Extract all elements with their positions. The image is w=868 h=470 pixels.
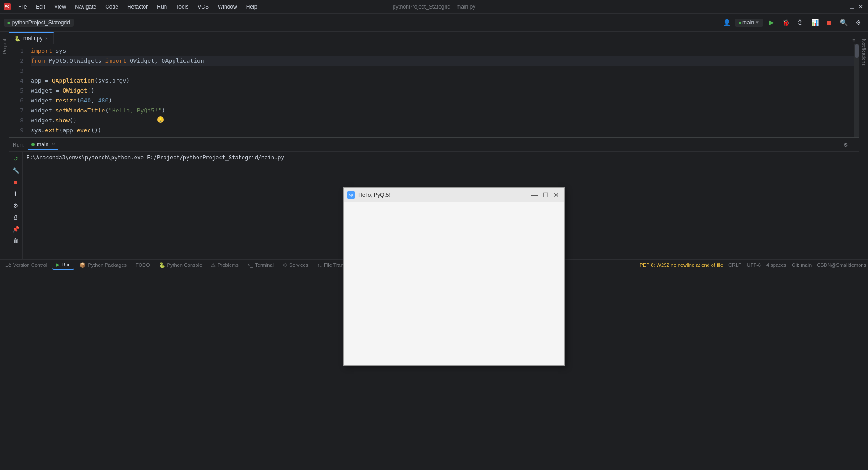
vcs-icon: ⎇	[5, 262, 11, 268]
search-everywhere-button[interactable]: 🔍	[837, 16, 850, 29]
lightbulb-icon[interactable]: 💡	[157, 116, 164, 123]
services-button[interactable]: ⚙ Services	[279, 261, 312, 269]
right-panel-sidebar: Notifications	[859, 32, 868, 259]
title-bar-left: PC File Edit View Navigate Code Refactor…	[4, 3, 261, 11]
project-sidebar-tab[interactable]: Project	[1, 35, 8, 58]
scroll-end-button[interactable]: ⬇	[11, 189, 21, 199]
problems-button[interactable]: ⚠ Problems	[207, 261, 242, 269]
user-icon-area: 👤	[720, 16, 733, 29]
recent-files-button[interactable]: ≡	[852, 37, 855, 44]
console-icon: 🐍	[159, 262, 165, 268]
tab-close-button[interactable]: ×	[45, 36, 48, 41]
editor-tab-main-py[interactable]: 🐍 main.py ×	[9, 32, 54, 44]
run-panel-actions: ⚙ —	[843, 142, 855, 148]
left-panel-sidebar: Project	[0, 32, 9, 259]
run-config-selector[interactable]: ■ main ▼	[735, 19, 763, 27]
terminal-button[interactable]: >_ Terminal	[244, 261, 277, 269]
print-button[interactable]: 🖨	[11, 212, 21, 222]
floating-maximize-button[interactable]: ☐	[541, 191, 550, 200]
app-icon: PC	[4, 3, 11, 10]
python-packages-button[interactable]: 📦 Python Packages	[76, 261, 130, 269]
indent-label[interactable]: 4 spaces	[766, 262, 786, 268]
line-numbers: 1 2 3 4 5 6 7 8 9	[9, 44, 27, 137]
menu-window[interactable]: Window	[214, 3, 241, 11]
python-console-button[interactable]: 🐍 Python Console	[155, 261, 206, 269]
title-bar: PC File Edit View Navigate Code Refactor…	[0, 0, 868, 14]
run-left-toolbar: ↺ 🔧 ■ ⬇ ⚙ 🖨 📌 🗑	[9, 152, 23, 259]
floating-close-button[interactable]: ✕	[552, 191, 561, 200]
window-title: pythonProject_Stategrid – main.py	[393, 4, 475, 10]
format-button[interactable]: ⚙	[11, 200, 21, 210]
floating-window-content	[344, 202, 564, 365]
user-button[interactable]: 👤	[720, 16, 733, 29]
todo-button[interactable]: TODO	[132, 261, 154, 269]
window-controls: — ☐ ✕	[839, 3, 864, 10]
run-config-label: main	[742, 19, 754, 26]
run-bottom-button[interactable]: ▶ Run	[52, 261, 74, 270]
close-button[interactable]: ✕	[857, 3, 864, 10]
menu-code[interactable]: Code	[102, 3, 122, 11]
packages-icon: 📦	[80, 262, 86, 268]
project-selector[interactable]: ■ pythonProject_Stategrid	[4, 19, 74, 27]
rerun-button[interactable]: ↺	[11, 154, 21, 163]
stop-button[interactable]: ⏹	[823, 16, 835, 29]
menu-run[interactable]: Run	[153, 3, 170, 11]
stop-run-button[interactable]: ■	[11, 177, 21, 187]
scrollbar-thumb[interactable]	[855, 44, 859, 58]
code-line-4: app = QApplication(sys.argv)	[31, 76, 854, 86]
run-panel-minimize[interactable]: —	[850, 142, 855, 148]
profile-button[interactable]: ⏱	[794, 16, 807, 29]
menu-help[interactable]: Help	[243, 3, 261, 11]
line-ending-label[interactable]: CRLF	[728, 262, 741, 268]
run-tab-close[interactable]: ×	[52, 142, 55, 147]
project-name-label: pythonProject_Stategrid	[12, 19, 70, 26]
run-button[interactable]: ▶	[765, 16, 778, 29]
user-label: CSDN@Smalldemons	[817, 262, 866, 268]
coverage-button[interactable]: 📊	[808, 16, 821, 29]
code-line-1: import sys	[31, 46, 854, 56]
code-line-5: widget = QWidget()	[31, 86, 854, 96]
code-line-2: from PyQt5.QtWidgets import QWidget, QAp…	[31, 56, 854, 66]
notifications-sidebar-tab[interactable]: Notifications	[860, 35, 868, 70]
editor-tab-bar: 🐍 main.py × ≡	[9, 32, 859, 44]
floating-window-titlebar: Qt Hello, PyQt5! — ☐ ✕	[344, 188, 564, 202]
run-panel-title: Run:	[13, 142, 24, 148]
menu-file[interactable]: File	[14, 3, 30, 11]
menu-navigate[interactable]: Navigate	[71, 3, 100, 11]
run-status-dot	[31, 143, 35, 146]
pep8-warning: PEP 8: W292 no newline at end of file	[640, 262, 723, 268]
code-line-9: sys.exit(app.exec())	[31, 126, 854, 135]
settings-button[interactable]: ⚙	[852, 16, 864, 29]
debug-button[interactable]: 🐞	[779, 16, 792, 29]
menu-view[interactable]: View	[51, 3, 70, 11]
code-editor-container: 1 2 3 4 5 6 7 8 9 import sys from PyQt5.…	[9, 44, 859, 137]
tab-label: main.py	[23, 35, 42, 42]
run-panel-header: Run: main × ⚙ —	[9, 138, 859, 152]
encoding-label[interactable]: UTF-8	[747, 262, 761, 268]
services-icon: ⚙	[283, 262, 287, 268]
wrench-button[interactable]: 🔧	[11, 165, 21, 175]
qt-window-icon: Qt	[347, 191, 355, 199]
maximize-button[interactable]: ☐	[848, 3, 855, 10]
code-line-8: widget.show() 💡	[31, 116, 854, 126]
menu-edit[interactable]: Edit	[32, 3, 49, 11]
code-line-7: widget.setWindowTitle("Hello, PyQt5!")	[31, 106, 854, 116]
run-tab-label: main	[37, 141, 48, 148]
editor-scrollbar[interactable]	[854, 44, 859, 137]
menu-refactor[interactable]: Refactor	[124, 3, 151, 11]
minimize-button[interactable]: —	[839, 3, 846, 10]
clear-button[interactable]: 🗑	[11, 236, 21, 246]
code-content[interactable]: import sys from PyQt5.QtWidgets import Q…	[27, 44, 854, 137]
menu-vcs[interactable]: VCS	[194, 3, 212, 11]
menu-tools[interactable]: Tools	[172, 3, 192, 11]
floating-window-controls: — ☐ ✕	[530, 191, 561, 200]
run-settings-button[interactable]: ⚙	[843, 142, 848, 148]
run-bottom-icon: ▶	[56, 262, 60, 268]
floating-pyqt-window[interactable]: Qt Hello, PyQt5! — ☐ ✕	[343, 187, 565, 366]
floating-minimize-button[interactable]: —	[530, 191, 539, 200]
menu-bar: File Edit View Navigate Code Refactor Ru…	[14, 3, 261, 11]
status-bar-right: PEP 8: W292 no newline at end of file CR…	[640, 262, 866, 268]
pin-button[interactable]: 📌	[11, 224, 21, 234]
run-tab-main[interactable]: main ×	[28, 140, 58, 150]
version-control-button[interactable]: ⎇ Version Control	[2, 261, 51, 269]
